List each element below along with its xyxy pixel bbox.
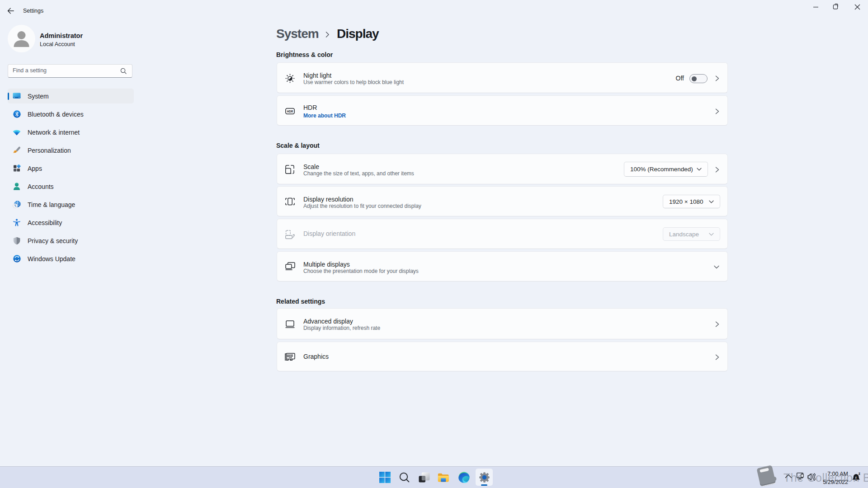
svg-text:HDR: HDR [287, 110, 293, 113]
svg-text:z: z [855, 476, 857, 479]
svg-text:z: z [859, 471, 860, 476]
